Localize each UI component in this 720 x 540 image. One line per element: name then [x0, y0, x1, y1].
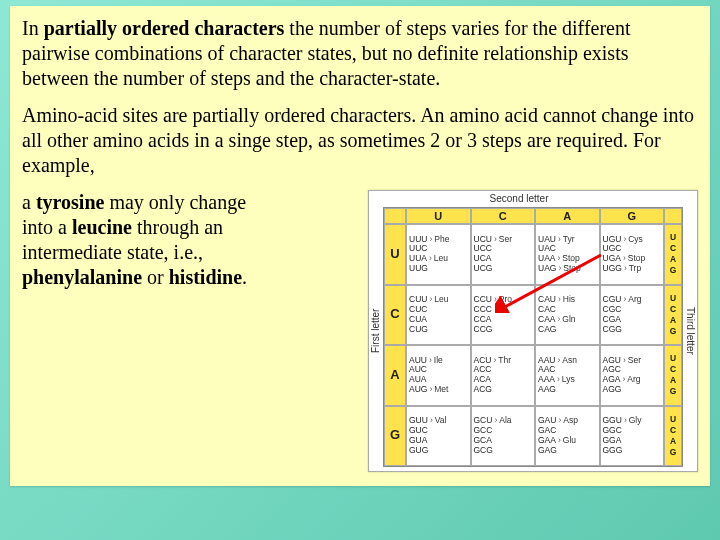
corner: [384, 208, 406, 224]
codon-cell-GU: GUU›ValGUCGUAGUG: [406, 406, 471, 467]
codon-AUG: AUG›Met: [409, 385, 468, 395]
codon-cell-GC: GCU›AlaGCCGCAGCG: [471, 406, 536, 467]
codon-AAG: AAG: [538, 385, 597, 395]
col-header-G: G: [600, 208, 665, 224]
term-tyrosine: tyrosine: [36, 191, 105, 213]
term-partially-ordered: partially ordered characters: [44, 17, 285, 39]
codon-cell-UA: UAU›TyrUACUAA›StopUAG›Stop: [535, 224, 600, 285]
table-right-label: Third letter: [684, 191, 696, 471]
codon-cell-UG: UGU›CysUGCUGA›StopUGG›Trp: [600, 224, 665, 285]
slide-panel: In partially ordered characters the numb…: [10, 6, 710, 486]
codon-cell-GA: GAU›AspGACGAA›GluGAG: [535, 406, 600, 467]
codon-cell-CC: CCU›ProCCCCCACCG: [471, 285, 536, 346]
codon-GGG: GGG: [603, 446, 662, 456]
term-histidine: histidine: [169, 266, 242, 288]
codon-cell-CA: CAU›HisCACCAA›GlnCAG: [535, 285, 600, 346]
codon-cell-UU: UUU›PheUUCUUA›LeuUUG: [406, 224, 471, 285]
third-col-A: UCAG: [664, 345, 682, 406]
wrap-row: a tyrosine may only change into a leucin…: [22, 190, 698, 472]
corner-right: [664, 208, 682, 224]
row-header-A: A: [384, 345, 406, 406]
codon-cell-CG: CGU›ArgCGCCGACGG: [600, 285, 665, 346]
codon-cell-AG: AGU›SerAGCAGA›ArgAGG: [600, 345, 665, 406]
text: In: [22, 17, 44, 39]
codon-ACG: ACG: [474, 385, 533, 395]
codon-CUG: CUG: [409, 325, 468, 335]
codon-UAG: UAG›Stop: [538, 264, 597, 274]
codon-UGG: UGG›Trp: [603, 264, 662, 274]
paragraph-2: Amino-acid sites are partially ordered c…: [22, 103, 698, 178]
term-leucine: leucine: [72, 216, 132, 238]
third-col-C: UCAG: [664, 285, 682, 346]
third-col-G: UCAG: [664, 406, 682, 467]
row-header-C: C: [384, 285, 406, 346]
codon-cell-UC: UCU›SerUCCUCAUCG: [471, 224, 536, 285]
table-top-label: Second letter: [369, 193, 669, 204]
col-header-U: U: [406, 208, 471, 224]
table-left-label: First letter: [370, 191, 382, 471]
codon-CGG: CGG: [603, 325, 662, 335]
row-header-G: G: [384, 406, 406, 467]
paragraph-3: a tyrosine may only change into a leucin…: [22, 190, 362, 290]
codon-GAG: GAG: [538, 446, 597, 456]
paragraph-1: In partially ordered characters the numb…: [22, 16, 698, 91]
term-phenylalanine: phenylalanine: [22, 266, 142, 288]
codon-CAG: CAG: [538, 325, 597, 335]
codon-table: Second letter First letter Third letter …: [368, 190, 698, 472]
codon-UUG: UUG: [409, 264, 468, 274]
codon-grid: UCAGUUUU›PheUUCUUA›LeuUUGUCU›SerUCCUCAUC…: [383, 207, 683, 467]
codon-GCG: GCG: [474, 446, 533, 456]
codon-CCG: CCG: [474, 325, 533, 335]
col-header-A: A: [535, 208, 600, 224]
codon-AGG: AGG: [603, 385, 662, 395]
col-header-C: C: [471, 208, 536, 224]
third-col-U: UCAG: [664, 224, 682, 285]
codon-GUG: GUG: [409, 446, 468, 456]
codon-UCG: UCG: [474, 264, 533, 274]
codon-cell-CU: CUU›LeuCUCCUACUG: [406, 285, 471, 346]
codon-cell-GG: GGU›GlyGGCGGAGGG: [600, 406, 665, 467]
codon-cell-AU: AUU›IleAUCAUAAUG›Met: [406, 345, 471, 406]
codon-cell-AA: AAU›AsnAACAAA›LysAAG: [535, 345, 600, 406]
row-header-U: U: [384, 224, 406, 285]
codon-cell-AC: ACU›ThrACCACAACG: [471, 345, 536, 406]
